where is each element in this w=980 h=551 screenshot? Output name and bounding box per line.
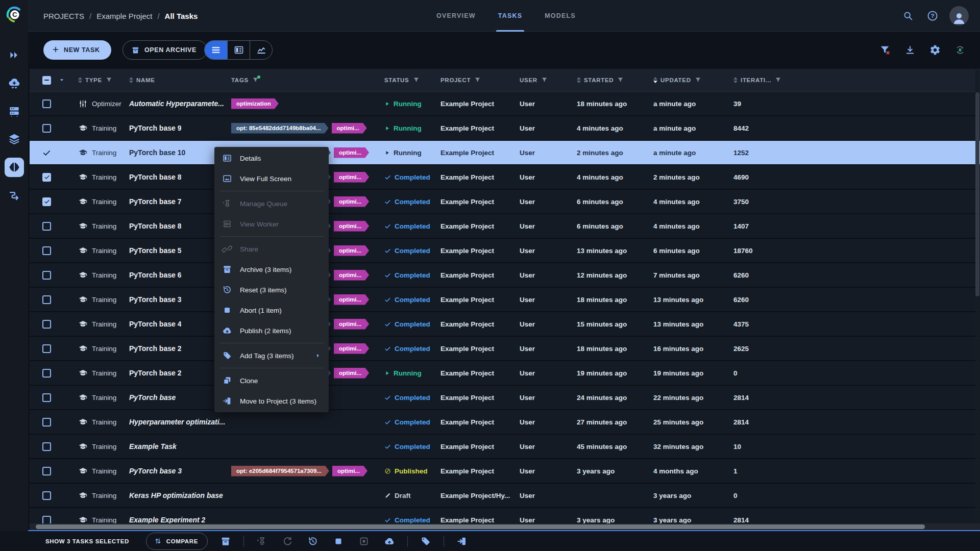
clear-filters-icon[interactable] [879,44,891,56]
datasets-nav[interactable] [0,125,28,153]
table-row[interactable]: TrainingExample TaskCompletedExample Pro… [30,435,980,459]
menu-item-archive-3-items[interactable]: Archive (3 items) [214,259,329,280]
tag[interactable]: optimi... [334,368,369,379]
task-name[interactable]: PyTorch base 2 [129,344,181,353]
task-name[interactable]: PyTorch base [129,393,176,402]
filter-icon-type[interactable] [105,77,113,84]
tab-tasks[interactable]: TASKS [498,0,522,32]
menu-item-details[interactable]: Details [214,148,329,168]
settings-icon[interactable] [929,44,941,56]
help-icon[interactable]: ? [925,8,940,23]
table-row[interactable]: OptimizerAutomatic Hyperparamete...optim… [30,92,980,116]
sort-toggle-iterations[interactable] [733,77,738,83]
archive-button[interactable] [213,536,238,547]
workers-queues-nav[interactable] [0,97,28,125]
table-row[interactable]: TrainingPyTorch base 5optimi...Completed… [30,239,980,263]
menu-item-add-tag-3-items[interactable]: Add Tag (3 items) [214,345,329,366]
add-tag-button[interactable] [413,536,438,547]
task-name[interactable]: PyTorch base 3 [129,295,181,304]
menu-item-abort-1-item[interactable]: Abort (1 item) [214,300,329,320]
table-row[interactable]: TrainingExample Experiment 2CompletedExa… [30,508,980,523]
sort-toggle-updated[interactable] [653,77,657,83]
pipelines-nav[interactable] [0,181,28,209]
table-row[interactable]: TrainingPyTorch base 3optimi...Completed… [30,288,980,312]
autoscalers-nav[interactable] [0,69,28,97]
task-name[interactable]: PyTorch base 2 [129,369,181,377]
filter-icon-iterations[interactable] [774,77,782,84]
row-checkbox[interactable] [42,418,51,427]
breadcrumb-item[interactable]: Example Project [96,12,152,20]
tag[interactable]: optimi... [334,319,369,330]
task-name[interactable]: PyTorch base 3 [129,467,182,475]
menu-item-clone[interactable]: Clone [214,370,329,391]
row-checkbox[interactable] [42,197,51,206]
task-name[interactable]: PyTorch base 6 [129,271,181,279]
tag[interactable]: optimi... [334,147,369,158]
tag[interactable]: optimi... [332,466,368,477]
filter-icon-updated[interactable] [694,77,702,84]
tag[interactable]: optimi... [334,172,369,183]
table-row[interactable]: TrainingPyTorch base 8optimi...Completed… [30,214,980,239]
row-checkbox[interactable] [42,442,51,451]
row-checkbox[interactable] [42,124,51,133]
table-row[interactable]: TrainingPyTorch base 10optimi...RunningE… [30,141,980,165]
row-checkbox[interactable] [42,491,51,500]
filter-icon-user[interactable] [541,77,548,84]
row-checkbox[interactable] [42,99,51,108]
task-name[interactable]: Hyperparameter optimizati... [129,418,225,426]
auto-refresh-icon[interactable] [954,44,966,56]
tag[interactable]: optimi... [334,343,369,354]
menu-item-reset-3-items[interactable]: Reset (3 items) [214,280,329,300]
tag[interactable]: optimi... [334,294,369,305]
filter-icon-status[interactable] [412,77,420,84]
show-selected-button[interactable]: SHOW 3 TASKS SELECTED [45,538,129,544]
filter-icon-project[interactable] [474,77,481,84]
table-row[interactable]: TrainingPyTorch base 8optimi...Completed… [30,165,980,190]
vertical-scrollbar[interactable] [975,70,979,522]
tab-overview[interactable]: OVERVIEW [436,0,476,32]
table-row[interactable]: TrainingPyTorch base 3opt: e205d684f7954… [30,459,980,484]
avatar[interactable] [949,6,969,26]
table-row[interactable]: TrainingPyTorch base 6optimi...Completed… [30,263,980,288]
breadcrumb-item[interactable]: All Tasks [165,12,198,20]
reset-button[interactable] [300,536,326,547]
abort-button[interactable] [326,536,351,547]
task-name[interactable]: PyTorch base 5 [129,246,181,255]
new-task-button[interactable]: NEW TASK [43,40,111,60]
tab-models[interactable]: MODELS [545,0,576,32]
publish-button[interactable] [377,536,402,547]
row-checkbox[interactable] [42,320,51,329]
compare-button[interactable]: COMPARE [146,533,208,550]
horizontal-scrollbar-thumb[interactable] [36,524,925,529]
row-checkbox[interactable] [42,369,51,378]
task-name[interactable]: Keras HP optimization base [129,491,223,499]
menu-item-publish-2-items[interactable]: Publish (2 items) [214,320,329,341]
row-checkbox[interactable] [42,393,51,402]
table-view-button[interactable] [205,41,227,59]
task-name[interactable]: Example Task [129,442,177,450]
table-row[interactable]: TrainingPyTorch base 9opt: 85e5482ddd714… [30,116,980,141]
row-checkbox[interactable] [42,467,51,475]
tag[interactable]: opt: e205d684f7954571a7309... [231,466,329,477]
table-row[interactable]: TrainingPyTorch base 2optimi...Completed… [30,337,980,361]
table-row[interactable]: TrainingPyTorch base 7optimi...Completed… [30,190,980,214]
open-archive-button[interactable]: OPEN ARCHIVE [122,40,207,60]
row-checkbox[interactable] [42,173,51,182]
tag[interactable]: optimization [231,98,279,109]
selection-menu-caret-icon[interactable] [58,77,65,84]
row-checkbox[interactable] [42,344,51,353]
vertical-scrollbar-thumb[interactable] [975,92,979,296]
clearml-logo[interactable]: C [0,0,28,28]
tag[interactable]: optimi... [334,196,369,207]
horizontal-scrollbar[interactable] [30,523,980,530]
menu-item-view-full-screen[interactable]: View Full Screen [214,168,329,189]
sort-toggle-started[interactable] [577,77,581,83]
search-icon[interactable] [900,8,916,23]
chart-view-button[interactable] [250,41,272,59]
table-row[interactable]: TrainingPyTorch baseCompletedExample Pro… [30,386,980,410]
tag[interactable]: optimi... [334,245,369,256]
row-checkbox[interactable] [42,222,51,231]
download-icon[interactable] [904,44,916,56]
row-checkbox[interactable] [42,516,51,524]
table-row[interactable]: TrainingPyTorch base 2optimi...RunningEx… [30,361,980,386]
